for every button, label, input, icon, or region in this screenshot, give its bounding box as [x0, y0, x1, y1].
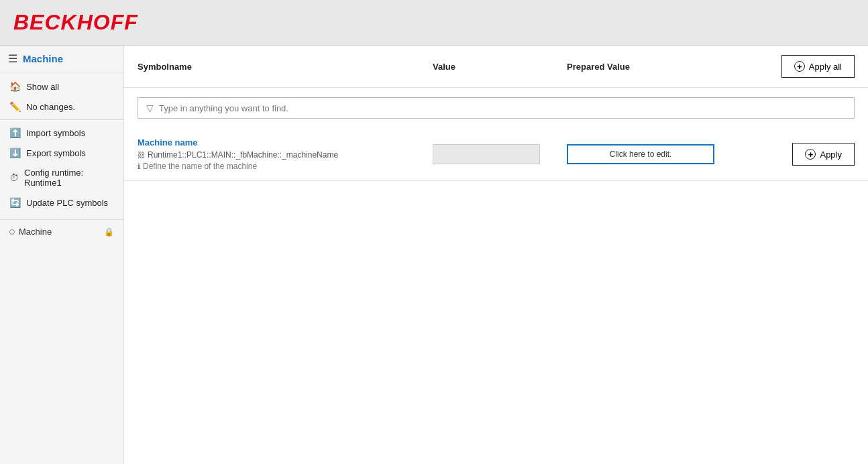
apply-all-button[interactable]: + Apply all — [781, 55, 855, 78]
logo: BECKHOFF — [13, 10, 138, 35]
value-box — [433, 144, 540, 164]
import-icon: ⬆️ — [9, 127, 21, 138]
col-header-value: Value — [433, 62, 567, 72]
apply-button[interactable]: + Apply — [792, 143, 855, 166]
refresh-icon: 🔄 — [9, 197, 21, 208]
sidebar-item-config-runtime[interactable]: ⏱ Config runtime: Runtime1 — [0, 163, 123, 192]
sidebar-header: ☰ Machine — [0, 46, 123, 72]
sidebar-item-show-all-label: Show all — [26, 82, 59, 92]
symbol-desc-text: Define the name of the machine — [143, 162, 257, 171]
dot-icon — [9, 229, 15, 235]
filter-icon: ▽ — [146, 103, 154, 113]
edit-icon: ✏️ — [9, 101, 21, 112]
sidebar-item-export-label: Export symbols — [26, 148, 86, 158]
layout: ☰ Machine 🏠 Show all ✏️ No changes. ⬆️ I… — [0, 46, 868, 464]
sidebar-item-show-all[interactable]: 🏠 Show all — [0, 76, 123, 97]
symbol-desc: ℹ Define the name of the machine — [138, 162, 433, 171]
prepared-value-box[interactable]: Click here to edit. — [567, 144, 714, 164]
sidebar-item-update-label: Update PLC symbols — [26, 198, 108, 208]
sidebar-item-import-symbols[interactable]: ⬆️ Import symbols — [0, 123, 123, 143]
col-header-symbolname: Symbolname — [138, 62, 433, 72]
col-header-prepared: Prepared Value — [567, 62, 761, 72]
apply-icon: + — [805, 149, 816, 160]
row-action: + Apply — [761, 143, 855, 166]
table-header: Symbolname Value Prepared Value + Apply … — [124, 46, 868, 88]
main-content: Symbolname Value Prepared Value + Apply … — [124, 46, 868, 464]
search-bar: ▽ — [138, 97, 855, 119]
apply-label: Apply — [820, 150, 842, 160]
symbol-path-text: Runtime1::PLC1::MAIN::_fbMachine::_machi… — [148, 150, 338, 160]
header: BECKHOFF — [0, 0, 868, 46]
row-symbolname: Machine name ⛓ Runtime1::PLC1::MAIN::_fb… — [138, 137, 433, 171]
machine-name-label: Machine name — [138, 137, 433, 148]
export-icon: ⬇️ — [9, 148, 21, 158]
row-prepared: Click here to edit. — [567, 144, 761, 164]
sidebar: ☰ Machine 🏠 Show all ✏️ No changes. ⬆️ I… — [0, 46, 124, 464]
apply-all-icon: + — [794, 61, 805, 72]
sidebar-item-update-plc[interactable]: 🔄 Update PLC symbols — [0, 192, 123, 213]
sidebar-title: Machine — [23, 53, 63, 64]
sidebar-item-import-label: Import symbols — [26, 128, 85, 138]
col-header-action: + Apply all — [761, 55, 855, 78]
sidebar-item-export-symbols[interactable]: ⬇️ Export symbols — [0, 143, 123, 163]
home-icon: 🏠 — [9, 81, 21, 92]
table-row: Machine name ⛓ Runtime1::PLC1::MAIN::_fb… — [124, 128, 868, 181]
hamburger-icon[interactable]: ☰ — [8, 52, 17, 65]
row-value — [433, 144, 567, 164]
lock-icon: 🔒 — [104, 227, 114, 237]
link-icon: ⛓ — [138, 151, 145, 159]
info-icon: ℹ — [138, 162, 140, 171]
symbol-path: ⛓ Runtime1::PLC1::MAIN::_fbMachine::_mac… — [138, 150, 433, 160]
sidebar-section-machine[interactable]: Machine 🔒 — [0, 223, 123, 241]
sidebar-nav: 🏠 Show all ✏️ No changes. ⬆️ Import symb… — [0, 72, 123, 217]
sidebar-item-no-changes-label: No changes. — [26, 102, 75, 112]
search-input[interactable] — [159, 103, 846, 113]
clock-icon: ⏱ — [9, 172, 19, 183]
sidebar-item-config-label: Config runtime: Runtime1 — [24, 168, 114, 188]
apply-all-label: Apply all — [809, 62, 842, 72]
sidebar-item-no-changes[interactable]: ✏️ No changes. — [0, 97, 123, 117]
sidebar-section-machine-label: Machine — [19, 227, 52, 237]
